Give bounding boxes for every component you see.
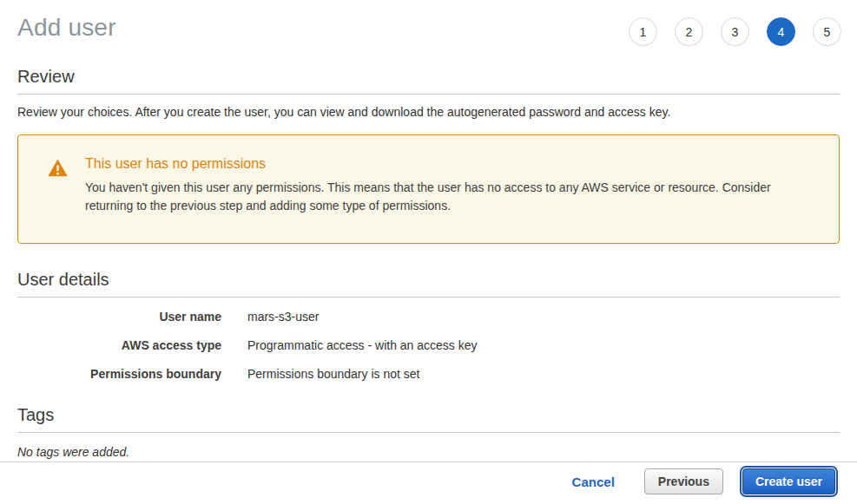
step-2[interactable]: 2 — [675, 17, 703, 46]
detail-row-user-name: User name mars-s3-user — [17, 310, 840, 324]
step-5[interactable]: 5 — [813, 17, 841, 46]
create-user-button[interactable]: Create user — [742, 468, 835, 494]
wizard-footer: Cancel Previous Create user — [0, 461, 857, 504]
step-indicator: 1 2 3 4 5 — [629, 17, 841, 46]
warning-content: This user has no permissions You haven't… — [85, 156, 814, 215]
review-description: Review your choices. After you create th… — [17, 105, 840, 119]
no-permissions-warning: This user has no permissions You haven't… — [17, 134, 840, 244]
detail-label: Permissions boundary — [17, 367, 221, 381]
user-details-divider — [17, 297, 840, 298]
previous-button[interactable]: Previous — [644, 468, 723, 494]
tags-section: Tags No tags were added. — [0, 405, 857, 459]
review-divider — [17, 94, 840, 95]
review-heading: Review — [17, 67, 840, 87]
tags-empty-text: No tags were added. — [17, 445, 840, 459]
step-4-active[interactable]: 4 — [767, 17, 795, 46]
user-details-rows: User name mars-s3-user AWS access type P… — [17, 310, 840, 381]
warning-triangle-icon — [48, 159, 68, 180]
wizard-header: Add user 1 2 3 4 5 — [0, 0, 857, 46]
page-title: Add user — [17, 14, 116, 42]
review-section: Review Review your choices. After you cr… — [0, 67, 857, 119]
user-details-section: User details User name mars-s3-user AWS … — [0, 270, 857, 381]
detail-value: Permissions boundary is not set — [247, 367, 419, 381]
warning-title: This user has no permissions — [85, 156, 814, 172]
detail-label: AWS access type — [17, 338, 221, 352]
tags-heading: Tags — [17, 405, 840, 425]
cancel-link[interactable]: Cancel — [572, 475, 615, 489]
detail-row-access-type: AWS access type Programmatic access - wi… — [17, 338, 840, 352]
step-3[interactable]: 3 — [721, 17, 749, 46]
add-user-wizard-page: Add user 1 2 3 4 5 Review Review your ch… — [0, 0, 857, 504]
tags-divider — [17, 432, 840, 433]
detail-label: User name — [17, 310, 221, 324]
detail-row-permissions-boundary: Permissions boundary Permissions boundar… — [17, 367, 840, 381]
user-details-heading: User details — [17, 270, 840, 290]
detail-value: mars-s3-user — [247, 310, 319, 324]
warning-body: You haven't given this user any permissi… — [85, 179, 814, 215]
step-1[interactable]: 1 — [629, 17, 657, 46]
detail-value: Programmatic access - with an access key — [247, 338, 478, 352]
